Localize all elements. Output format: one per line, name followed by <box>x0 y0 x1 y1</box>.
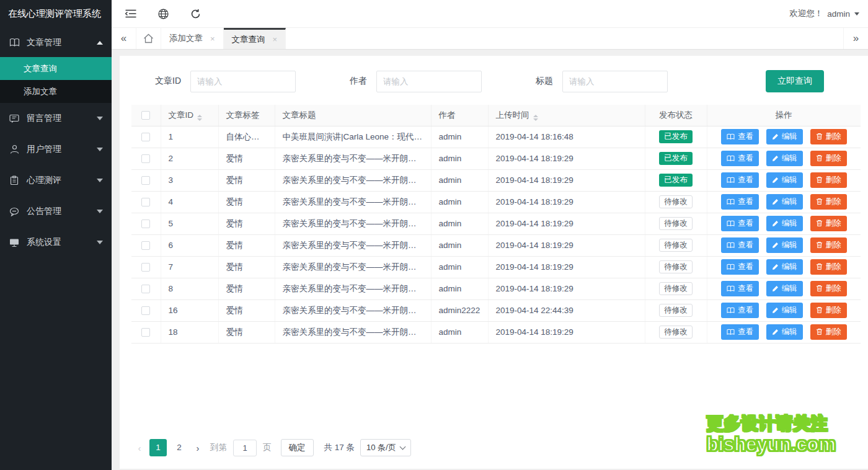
view-button[interactable]: 查看 <box>721 237 759 253</box>
chevron-down-icon <box>97 117 103 120</box>
delete-button[interactable]: 删除 <box>810 324 847 340</box>
tab-add-article[interactable]: 添加文章 × <box>161 28 224 49</box>
cell-article-title: 亲密关系里的变与不变——米开朗基罗... <box>275 278 431 299</box>
next-page-button[interactable]: › <box>190 439 206 456</box>
clipboard-icon <box>9 175 20 186</box>
refresh-icon[interactable] <box>190 8 201 19</box>
row-checkbox-cell <box>131 321 161 343</box>
edit-button[interactable]: 编辑 <box>766 129 803 144</box>
sidebar-item-user-management[interactable]: 用户管理 <box>0 134 112 165</box>
sidebar-subitem-label: 添加文章 <box>24 86 57 97</box>
tab-label: 添加文章 <box>169 33 203 44</box>
collapse-menu-icon[interactable] <box>125 8 136 19</box>
page-unit-label: 页 <box>263 442 272 453</box>
view-button[interactable]: 查看 <box>721 216 759 231</box>
delete-button[interactable]: 删除 <box>810 281 847 296</box>
edit-button[interactable]: 编辑 <box>766 281 803 296</box>
edit-button[interactable]: 编辑 <box>766 172 803 188</box>
edit-button[interactable]: 编辑 <box>766 259 803 275</box>
cell-author: admin <box>431 321 488 343</box>
user-menu[interactable]: 欢迎您！admin <box>789 8 859 19</box>
cell-upload-time: 2019-04-14 18:19:29 <box>488 169 645 191</box>
prev-page-button[interactable]: ‹ <box>131 439 148 456</box>
delete-icon <box>816 263 823 270</box>
row-checkbox[interactable] <box>141 285 150 293</box>
sidebar-item-add-article[interactable]: 添加文章 <box>0 80 112 103</box>
edit-button[interactable]: 编辑 <box>766 194 803 210</box>
view-button[interactable]: 查看 <box>721 129 759 144</box>
row-checkbox[interactable] <box>141 154 150 163</box>
sidebar-item-psych-assessment[interactable]: 心理测评 <box>0 165 112 196</box>
page-button-1[interactable]: 1 <box>149 439 167 456</box>
title-input[interactable] <box>562 71 668 92</box>
edit-button[interactable]: 编辑 <box>766 151 803 166</box>
sidebar-item-article-query[interactable]: 文章查询 <box>0 57 112 80</box>
pagination: ‹ 1 2 › 到第 页 确定 共 17 条 10 条/页 <box>131 439 411 456</box>
row-checkbox[interactable] <box>141 198 150 206</box>
delete-button[interactable]: 删除 <box>810 259 847 275</box>
row-checkbox[interactable] <box>141 241 150 250</box>
sidebar-item-article-management[interactable]: 文章管理 <box>0 28 112 57</box>
cell-upload-time: 2019-04-14 18:19:29 <box>488 191 645 213</box>
chevron-down-icon <box>399 443 405 450</box>
sort-icon[interactable] <box>197 115 202 121</box>
sidebar-item-message-management[interactable]: 留言管理 <box>0 103 112 134</box>
sort-icon[interactable] <box>533 115 538 121</box>
edit-button[interactable]: 编辑 <box>766 324 803 340</box>
row-checkbox[interactable] <box>141 176 150 185</box>
cell-upload-time: 2019-04-14 18:19:29 <box>488 148 645 169</box>
header-article-id: 文章ID <box>161 105 218 126</box>
username: admin <box>827 9 850 19</box>
edit-button[interactable]: 编辑 <box>766 216 803 231</box>
page-button-2[interactable]: 2 <box>170 439 188 456</box>
delete-button[interactable]: 删除 <box>810 303 847 318</box>
monitor-icon <box>9 237 20 248</box>
search-button[interactable]: 立即查询 <box>766 70 824 92</box>
view-icon <box>727 198 735 205</box>
row-checkbox[interactable] <box>141 306 150 315</box>
edit-button[interactable]: 编辑 <box>766 237 803 253</box>
row-checkbox[interactable] <box>141 328 150 337</box>
view-button[interactable]: 查看 <box>721 151 759 166</box>
delete-button[interactable]: 删除 <box>810 216 847 231</box>
delete-button[interactable]: 删除 <box>810 194 847 210</box>
row-checkbox[interactable] <box>141 263 150 272</box>
sidebar: 在线心理测评管理系统 文章管理 文章查询 添加文章 留言管理 <box>0 0 112 470</box>
sidebar-item-system-settings[interactable]: 系统设置 <box>0 227 112 258</box>
tabs-scroll-left-button[interactable]: « <box>112 28 136 49</box>
header-author: 作者 <box>431 105 488 126</box>
delete-button[interactable]: 删除 <box>810 151 847 166</box>
author-input[interactable] <box>376 71 482 92</box>
view-button[interactable]: 查看 <box>721 324 759 340</box>
goto-page-input[interactable] <box>233 440 257 456</box>
view-button[interactable]: 查看 <box>721 194 759 210</box>
home-tab-button[interactable] <box>136 28 161 49</box>
close-icon[interactable]: × <box>210 34 215 43</box>
chevron-down-icon <box>97 241 103 244</box>
view-button[interactable]: 查看 <box>721 303 759 318</box>
row-checkbox[interactable] <box>141 133 150 141</box>
delete-button[interactable]: 删除 <box>810 129 847 144</box>
per-page-select[interactable]: 10 条/页 <box>360 439 411 456</box>
sidebar-item-announcement-management[interactable]: 公告管理 <box>0 196 112 227</box>
header-checkbox-cell <box>131 105 161 126</box>
close-icon[interactable]: × <box>273 35 278 44</box>
edit-button[interactable]: 编辑 <box>766 303 803 318</box>
select-all-checkbox[interactable] <box>141 111 150 120</box>
row-checkbox[interactable] <box>141 219 150 228</box>
row-checkbox-cell <box>131 191 161 213</box>
view-button[interactable]: 查看 <box>721 172 759 188</box>
tabs-scroll-right-button[interactable]: » <box>843 28 868 49</box>
globe-icon[interactable] <box>157 8 169 19</box>
tab-article-query[interactable]: 文章查询 × <box>224 28 286 49</box>
status-badge: 待修改 <box>659 304 693 317</box>
table-row: 5 爱情 亲密关系里的变与不变——米开朗基罗... admin 2019-04-… <box>131 213 861 234</box>
cell-article-title: 亲密关系里的变与不变——米开朗基罗... <box>275 321 431 343</box>
view-button[interactable]: 查看 <box>721 281 759 296</box>
view-button[interactable]: 查看 <box>721 259 759 275</box>
article-id-input[interactable] <box>190 71 296 92</box>
confirm-button[interactable]: 确定 <box>281 439 314 456</box>
delete-button[interactable]: 删除 <box>810 172 847 188</box>
delete-button[interactable]: 删除 <box>810 237 847 253</box>
article-id-label: 文章ID <box>136 76 181 87</box>
